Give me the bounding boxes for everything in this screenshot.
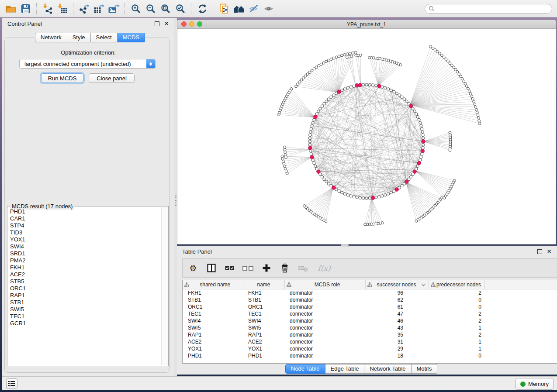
result-node-item[interactable]: CAR1	[10, 215, 161, 222]
function-builder-button[interactable]: f(x)	[315, 261, 333, 275]
table-row-ORC1[interactable]: ORC1ORC1dominator610	[183, 303, 557, 310]
zoom-fit-button[interactable]	[158, 2, 173, 16]
sort-descending-icon[interactable]	[421, 282, 426, 286]
close-panel-icon[interactable]: ✕	[164, 21, 169, 27]
tab-edge-table[interactable]: Edge Table	[325, 364, 365, 374]
cell: 0	[429, 352, 484, 359]
select-all-button[interactable]	[224, 261, 236, 275]
result-node-item[interactable]: STB1	[10, 299, 161, 306]
close-panel-icon[interactable]: ✕	[547, 248, 552, 254]
table-row-FKH1[interactable]: FKH1FKH1dominator962	[183, 289, 557, 297]
cell: 35	[365, 331, 429, 338]
table-row-RAP1[interactable]: RAP1RAP1dominator352	[183, 331, 557, 338]
cell: 18	[365, 352, 429, 359]
result-node-item[interactable]: ACE2	[10, 271, 161, 278]
table-row-YOX1[interactable]: YOX1YOX1connector291	[183, 345, 557, 352]
save-session-button[interactable]	[18, 2, 33, 16]
maximize-window-icon[interactable]	[197, 21, 202, 27]
zoom-selected-button[interactable]	[173, 2, 188, 16]
horizontal-splitter-grip[interactable]	[341, 244, 349, 247]
result-node-item[interactable]: SRD1	[10, 250, 161, 257]
tab-network[interactable]: Network	[35, 33, 67, 42]
zoom-out-button[interactable]	[143, 2, 158, 16]
column-label: predecessor nodes	[436, 282, 482, 288]
run-mcds-button[interactable]: Run MCDS	[41, 73, 83, 83]
zoom-selected-icon	[176, 4, 185, 14]
open-session-button[interactable]	[3, 2, 18, 16]
cell: FKH1	[183, 289, 243, 297]
column-header-MCDS-role[interactable]: MCDS role	[284, 280, 365, 289]
network-window-titlebar[interactable]: YPA_prune.txt_1	[177, 20, 556, 29]
clone-network-icon	[219, 3, 229, 14]
result-node-item[interactable]: YOX1	[10, 236, 161, 243]
result-scrollbar[interactable]	[161, 207, 168, 365]
memory-button[interactable]: Memory	[515, 378, 554, 390]
optimization-criterion-value: largest connected component (undirected)	[20, 61, 146, 67]
add-column-button[interactable]	[260, 261, 273, 275]
result-node-item[interactable]: SWI4	[10, 243, 161, 250]
optimization-criterion-select[interactable]: largest connected component (undirected)	[19, 59, 156, 69]
result-node-item[interactable]: RAP1	[10, 292, 161, 299]
network-canvas[interactable]	[177, 29, 556, 244]
table-options-button[interactable]: ⚙	[187, 261, 199, 275]
network-view-frame: YPA_prune.txt_1	[177, 20, 556, 244]
result-node-item[interactable]: SWI5	[10, 306, 161, 313]
minimize-window-icon[interactable]	[189, 21, 194, 27]
zoom-in-button[interactable]	[128, 2, 143, 16]
result-node-item[interactable]: GCR1	[10, 320, 161, 327]
show-columns-button[interactable]	[205, 261, 218, 275]
tab-style[interactable]: Style	[67, 33, 91, 42]
result-node-item[interactable]: FKH1	[10, 264, 161, 271]
deselect-all-button[interactable]	[242, 261, 254, 275]
column-header-name[interactable]: name	[243, 280, 284, 289]
import-network-button[interactable]	[40, 2, 55, 16]
table-row-ACE2[interactable]: ACE2ACE2connector311	[183, 338, 557, 345]
search-field[interactable]	[425, 4, 552, 14]
column-header-successor-nodes[interactable]: successor nodes	[365, 280, 429, 289]
table-row-STB1[interactable]: STB1STB1dominator620	[183, 296, 557, 303]
node-table-grid: shared namenameMCDS rolesuccessor nodesp…	[183, 280, 557, 359]
column-header-predecessor-nodes[interactable]: predecessor nodes	[429, 280, 484, 289]
result-node-item[interactable]: PMA2	[10, 257, 161, 264]
optimization-criterion-label: Optimization criterion:	[2, 49, 174, 56]
refresh-button[interactable]	[195, 2, 210, 16]
unchecked-boxes-icon	[242, 264, 254, 272]
tab-node-table[interactable]: Node Table	[285, 364, 325, 374]
task-history-button[interactable]	[6, 378, 17, 389]
import-table-button[interactable]	[55, 2, 70, 16]
table-row-TEC1[interactable]: TEC1TEC1connector472	[183, 310, 557, 317]
control-panel: Control Panel ✕ NetworkStyleSelectMCDS O…	[2, 18, 174, 376]
close-window-icon[interactable]	[181, 21, 187, 27]
list-icon	[8, 381, 17, 382]
export-table-button[interactable]	[92, 2, 107, 16]
tab-mcds[interactable]: MCDS	[118, 33, 145, 42]
table-row-SWI5[interactable]: SWI5SWI5connector431	[183, 324, 557, 331]
column-header-shared-name[interactable]: shared name	[183, 280, 243, 289]
tab-motifs[interactable]: Motifs	[412, 364, 438, 374]
cell: ORC1	[243, 303, 284, 310]
hide-selected-button[interactable]	[246, 2, 261, 16]
tab-network-table[interactable]: Network Table	[364, 364, 411, 374]
close-panel-button[interactable]: Close panel	[89, 73, 135, 83]
result-node-item[interactable]: TID3	[10, 229, 161, 236]
first-neighbors-button[interactable]	[232, 2, 246, 16]
float-panel-icon[interactable]	[155, 21, 159, 26]
column-label: name	[245, 282, 283, 288]
result-node-item[interactable]: STB5	[10, 278, 161, 285]
search-input[interactable]	[437, 5, 543, 13]
show-all-button[interactable]	[261, 2, 276, 16]
table-row-SWI4[interactable]: SWI4SWI4dominator462	[183, 317, 557, 324]
mcds-result-list[interactable]: PHD1CAR1STP4TID3YOX1SWI4SRD1PMA2FKH1ACE2…	[7, 208, 161, 365]
delete-table-button[interactable]	[297, 261, 309, 275]
result-node-item[interactable]: PHD1	[10, 208, 161, 215]
tab-select[interactable]: Select	[91, 33, 118, 42]
float-panel-icon[interactable]	[537, 249, 542, 254]
export-image-button[interactable]	[107, 2, 121, 16]
result-node-item[interactable]: TEC1	[10, 313, 161, 320]
export-network-button[interactable]	[77, 2, 92, 16]
delete-column-button[interactable]	[279, 261, 291, 275]
table-row-PHD1[interactable]: PHD1PHD1dominator180	[183, 352, 557, 359]
result-node-item[interactable]: STP4	[10, 222, 161, 229]
result-node-item[interactable]: ORC1	[10, 285, 161, 292]
clone-network-button[interactable]	[217, 2, 232, 16]
